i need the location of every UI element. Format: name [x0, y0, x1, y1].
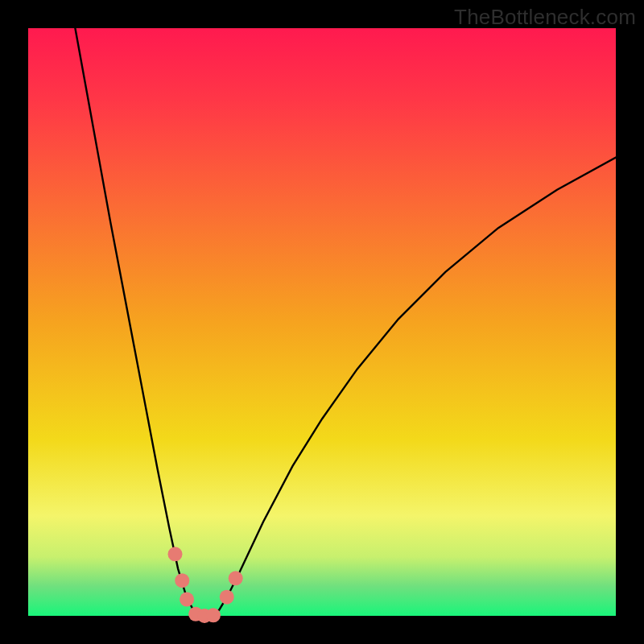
- marker-floor-c: [206, 608, 221, 622]
- chart-background-gradient: [28, 28, 616, 616]
- marker-left-mid: [175, 573, 189, 588]
- marker-right-low: [220, 590, 234, 605]
- watermark-text: TheBottleneck.com: [454, 5, 636, 30]
- marker-left-low: [180, 592, 194, 607]
- marker-left-top: [168, 547, 183, 561]
- bottleneck-curve-chart: [0, 0, 644, 644]
- marker-right-top: [229, 571, 243, 585]
- chart-frame: TheBottleneck.com: [0, 0, 644, 644]
